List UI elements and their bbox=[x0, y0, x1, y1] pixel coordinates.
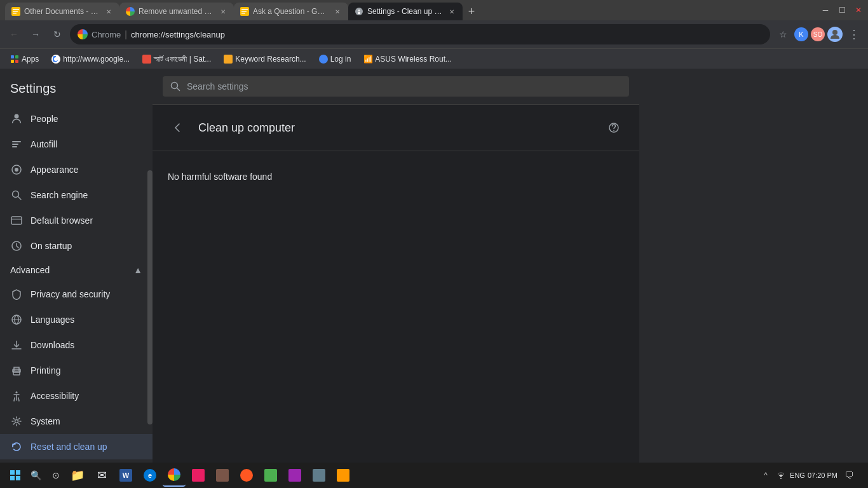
sidebar-item-privacy[interactable]: Privacy and security bbox=[0, 281, 153, 307]
tab1-close[interactable]: ✕ bbox=[104, 7, 113, 16]
sidebar-item-reset[interactable]: Reset and clean up bbox=[0, 434, 153, 459]
taskbar-item-explorer[interactable]: 📁 bbox=[66, 464, 89, 487]
bookmarks-bar: Apps http://www.google... স্মার্ট একাডেম… bbox=[0, 48, 868, 69]
svg-point-19 bbox=[15, 168, 18, 172]
tab4-title: Settings - Clean up computer bbox=[367, 7, 444, 16]
taskbar-items: 📁 ✉ W e bbox=[66, 464, 754, 487]
sidebar-item-printing[interactable]: Printing bbox=[0, 358, 153, 383]
tab3-close[interactable]: ✕ bbox=[333, 7, 342, 16]
sidebar-item-on-startup[interactable]: On startup bbox=[0, 233, 153, 259]
tab-settings-cleanup[interactable]: Settings - Clean up computer ✕ bbox=[348, 3, 463, 20]
sidebar-item-autofill-label: Autofill bbox=[31, 139, 57, 149]
sidebar-item-languages[interactable]: Languages bbox=[0, 307, 153, 332]
menu-button[interactable]: ⋮ bbox=[845, 25, 863, 43]
taskbar-item-edge[interactable]: e bbox=[139, 464, 161, 487]
sidebar-item-people-label: People bbox=[31, 114, 58, 124]
tab3-favicon bbox=[240, 7, 249, 16]
bookmark-star-button[interactable]: ☆ bbox=[774, 25, 792, 43]
svg-point-32 bbox=[15, 420, 18, 423]
advanced-chevron-icon: ▲ bbox=[133, 265, 142, 275]
tab-ask-question[interactable]: Ask a Question - Google Drive H... ✕ bbox=[234, 3, 348, 20]
profile-avatar[interactable] bbox=[827, 27, 843, 42]
sidebar-item-reset-label: Reset and clean up bbox=[31, 442, 107, 452]
taskbar-search-button[interactable]: 🔍 bbox=[25, 465, 46, 485]
back-button[interactable] bbox=[168, 118, 188, 138]
svg-rect-12 bbox=[11, 60, 14, 63]
tab2-title: Remove unwanted ads, pop-ups... bbox=[139, 7, 215, 16]
tab4-close[interactable]: ✕ bbox=[447, 7, 456, 16]
bookmark-login[interactable]: Log in bbox=[314, 52, 356, 66]
show-hidden-icons[interactable]: ^ bbox=[759, 469, 772, 482]
sidebar-item-autofill[interactable]: Autofill bbox=[0, 132, 153, 157]
address-field[interactable]: Chrome | chrome://settings/cleanup bbox=[70, 24, 770, 44]
taskbar-item-word[interactable]: W bbox=[114, 464, 137, 487]
language-indicator[interactable]: ENG bbox=[790, 471, 805, 479]
sidebar-item-system[interactable]: System bbox=[0, 409, 153, 434]
help-button[interactable] bbox=[604, 118, 624, 138]
cortana-button[interactable]: ⊙ bbox=[46, 465, 66, 485]
network-icon[interactable] bbox=[775, 469, 787, 482]
address-actions: ☆ K SO ⋮ bbox=[774, 25, 863, 43]
tab-other-documents[interactable]: Other Documents - Google Drive ✕ bbox=[5, 3, 119, 20]
sidebar-item-people[interactable]: People bbox=[0, 106, 153, 132]
taskbar-item-app6[interactable] bbox=[308, 464, 330, 487]
keyword-favicon bbox=[224, 55, 233, 64]
system-icon bbox=[10, 415, 23, 428]
profile-k-badge[interactable]: K bbox=[794, 27, 808, 41]
sync-button[interactable]: SO bbox=[811, 27, 825, 41]
sidebar-item-default-browser[interactable]: Default browser bbox=[0, 208, 153, 233]
taskbar-item-app2[interactable] bbox=[211, 464, 234, 487]
svg-rect-10 bbox=[11, 55, 14, 58]
sidebar-item-appearance[interactable]: Appearance bbox=[0, 157, 153, 182]
bookmark-google[interactable]: http://www.google... bbox=[46, 52, 135, 66]
close-button[interactable]: ✕ bbox=[854, 6, 863, 15]
address-separator: | bbox=[125, 29, 127, 39]
taskbar-item-app1[interactable] bbox=[187, 464, 210, 487]
taskbar-item-mail[interactable]: ✉ bbox=[90, 464, 113, 487]
maximize-button[interactable]: ☐ bbox=[837, 6, 846, 15]
minimize-button[interactable]: ─ bbox=[821, 6, 830, 15]
refresh-button[interactable]: ↻ bbox=[48, 25, 66, 43]
bookmark-apps[interactable]: Apps bbox=[5, 52, 44, 66]
svg-rect-6 bbox=[241, 11, 247, 12]
search-input[interactable] bbox=[187, 81, 621, 92]
address-bar-row: ← → ↻ Chrome | chrome://settings/cleanup… bbox=[0, 20, 868, 48]
sidebar-item-downloads-label: Downloads bbox=[31, 340, 74, 350]
taskbar-item-app5[interactable] bbox=[283, 464, 306, 487]
autofill-icon bbox=[10, 138, 23, 151]
tab2-favicon bbox=[126, 7, 135, 16]
notification-button[interactable]: 🗨 bbox=[840, 466, 858, 484]
bookmark-keyword[interactable]: Keyword Research... bbox=[219, 52, 311, 66]
system-clock: 07:20 PM bbox=[808, 471, 837, 480]
page-title: Clean up computer bbox=[198, 121, 593, 135]
address-url: chrome://settings/cleanup bbox=[131, 30, 225, 39]
svg-rect-5 bbox=[241, 9, 248, 10]
sidebar-scrollbar[interactable] bbox=[147, 69, 153, 488]
back-arrow-icon bbox=[172, 122, 184, 133]
advanced-section-header[interactable]: Advanced ▲ bbox=[0, 259, 153, 281]
forward-navigation-button[interactable]: → bbox=[27, 25, 44, 43]
taskbar-item-app3[interactable] bbox=[235, 464, 258, 487]
taskbar-item-app7[interactable] bbox=[332, 464, 355, 487]
sidebar-item-downloads[interactable]: Downloads bbox=[0, 332, 153, 358]
tab-remove-ads[interactable]: Remove unwanted ads, pop-ups... ✕ bbox=[119, 3, 234, 20]
apps-icon bbox=[10, 55, 19, 64]
sidebar-item-accessibility[interactable]: Accessibility bbox=[0, 383, 153, 409]
search-input-wrapper[interactable] bbox=[163, 76, 629, 97]
asus-favicon: 📶 bbox=[363, 55, 372, 64]
bookmark-academy[interactable]: স্মার্ট একাডেমী | Sat... bbox=[137, 52, 216, 66]
sidebar-item-on-startup-label: On startup bbox=[31, 241, 72, 251]
taskbar-item-app4[interactable] bbox=[259, 464, 282, 487]
back-navigation-button[interactable]: ← bbox=[5, 25, 23, 43]
taskbar: 🔍 ⊙ 📁 ✉ W e bbox=[0, 463, 868, 488]
advanced-label: Advanced bbox=[10, 265, 50, 275]
taskbar-item-chrome[interactable] bbox=[163, 464, 186, 487]
new-tab-button[interactable]: + bbox=[463, 3, 480, 20]
person-icon bbox=[10, 112, 23, 125]
bookmark-academy-label: স্মার্ট একাডেমী | Sat... bbox=[154, 55, 211, 64]
start-button[interactable] bbox=[5, 465, 25, 485]
sidebar-item-search-engine[interactable]: Search engine bbox=[0, 182, 153, 208]
appearance-icon bbox=[10, 163, 23, 176]
bookmark-asus[interactable]: 📶 ASUS Wireless Rout... bbox=[358, 52, 457, 66]
tab2-close[interactable]: ✕ bbox=[219, 7, 227, 16]
